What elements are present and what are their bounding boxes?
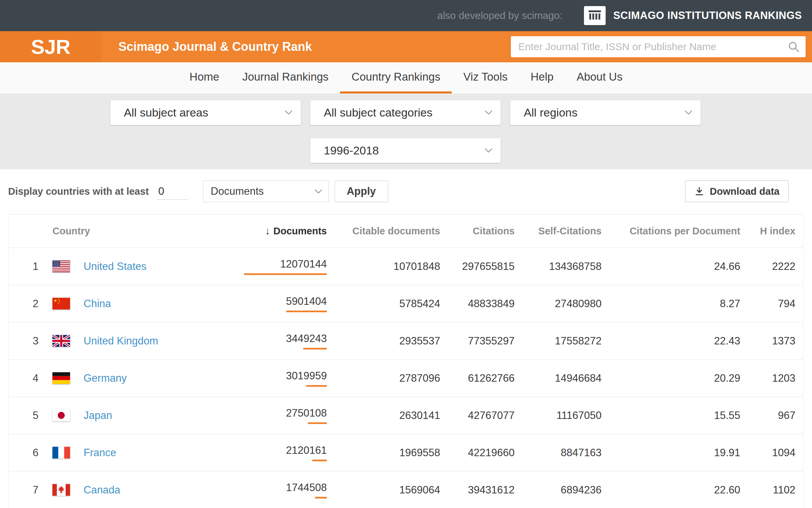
documents-bar bbox=[303, 348, 327, 350]
year-range-dropdown[interactable]: 1996-2018 bbox=[310, 138, 501, 163]
table-row: 7 Canada 1744508 1569064 39431612 689423… bbox=[8, 471, 804, 508]
citations-per-document-value: 8.27 bbox=[602, 298, 740, 310]
site-header: SJR Scimago Journal & Country Rank bbox=[0, 31, 812, 62]
citations-value: 61262766 bbox=[440, 372, 515, 384]
table-row: 4 Germany 3019959 2787096 61262766 14946… bbox=[8, 360, 804, 397]
documents-value: 5901404 bbox=[286, 295, 327, 308]
documents-value: 3019959 bbox=[286, 370, 327, 382]
sjr-logo[interactable]: SJR bbox=[0, 31, 102, 62]
top-bar: also developed by scimago: SCIMAGO INSTI… bbox=[0, 0, 812, 31]
country-link[interactable]: China bbox=[84, 298, 111, 310]
country-link[interactable]: United States bbox=[84, 260, 146, 272]
self-citations-value: 134368758 bbox=[515, 260, 602, 273]
country-flag-icon bbox=[52, 298, 84, 310]
download-data-label: Download data bbox=[710, 186, 780, 197]
journal-search-input[interactable] bbox=[518, 41, 788, 52]
h-index-value: 1094 bbox=[740, 447, 804, 459]
min-value-input[interactable] bbox=[157, 183, 188, 200]
country-flag-icon bbox=[52, 484, 84, 496]
citable-documents-value: 1969558 bbox=[327, 447, 440, 459]
journal-search-box bbox=[511, 36, 806, 57]
subject-categories-dropdown[interactable]: All subject categories bbox=[310, 100, 501, 125]
rank-cell: 1 bbox=[8, 260, 52, 273]
citable-documents-value: 1569064 bbox=[327, 484, 440, 496]
nav-journal-rankings[interactable]: Journal Rankings bbox=[231, 62, 340, 93]
documents-value: 3449243 bbox=[286, 333, 327, 345]
column-header-citable-documents[interactable]: Citable documents bbox=[327, 226, 440, 237]
nav-home[interactable]: Home bbox=[178, 62, 231, 93]
citable-documents-value: 2935537 bbox=[327, 335, 440, 347]
country-rankings-table: Country ↓ Documents Citable documents Ci… bbox=[8, 214, 804, 508]
country-flag-icon bbox=[52, 409, 84, 421]
chevron-down-icon bbox=[484, 110, 493, 115]
column-header-documents[interactable]: ↓ Documents bbox=[192, 226, 327, 237]
h-index-value: 794 bbox=[740, 298, 804, 310]
citations-per-document-value: 20.29 bbox=[602, 372, 740, 384]
rank-cell: 6 bbox=[8, 447, 52, 459]
country-link[interactable]: Japan bbox=[84, 409, 112, 421]
citable-documents-value: 10701848 bbox=[327, 260, 440, 273]
table-row: 1 United States 12070144 10701848 297655… bbox=[8, 248, 804, 285]
sort-descending-icon: ↓ bbox=[265, 226, 270, 237]
column-header-citations[interactable]: Citations bbox=[440, 226, 515, 237]
citations-per-document-value: 15.55 bbox=[602, 409, 740, 422]
self-citations-value: 8847163 bbox=[515, 447, 602, 459]
self-citations-value: 17558272 bbox=[515, 335, 602, 347]
h-index-value: 2222 bbox=[740, 260, 804, 273]
rank-cell: 2 bbox=[8, 298, 52, 310]
column-header-self-citations[interactable]: Self-Citations bbox=[515, 226, 602, 237]
citable-documents-value: 5785424 bbox=[327, 298, 440, 310]
apply-button[interactable]: Apply bbox=[335, 181, 388, 202]
country-link[interactable]: Canada bbox=[84, 484, 120, 496]
scimago-institutions-rankings-link[interactable]: SCIMAGO INSTITUTIONS RANKINGS bbox=[581, 0, 812, 31]
regions-value: All regions bbox=[524, 106, 578, 119]
rank-cell: 5 bbox=[8, 409, 52, 422]
citations-per-document-value: 24.66 bbox=[602, 260, 740, 273]
column-header-citations-per-document[interactable]: Citations per Document bbox=[602, 226, 740, 237]
citations-value: 39431612 bbox=[440, 484, 515, 496]
self-citations-value: 27480980 bbox=[515, 298, 602, 310]
documents-value: 2750108 bbox=[286, 407, 327, 419]
nav-country-rankings[interactable]: Country Rankings bbox=[340, 62, 452, 93]
documents-bar bbox=[308, 422, 327, 424]
self-citations-value: 11167050 bbox=[515, 409, 602, 422]
subject-areas-dropdown[interactable]: All subject areas bbox=[110, 100, 301, 125]
self-citations-value: 6894236 bbox=[515, 484, 602, 496]
country-link[interactable]: United Kingdom bbox=[84, 335, 158, 347]
table-row: 5 Japan 2750108 2630141 42767077 1116705… bbox=[8, 397, 804, 434]
download-icon bbox=[694, 186, 704, 196]
rank-cell: 7 bbox=[8, 484, 52, 496]
citable-documents-value: 2787096 bbox=[327, 372, 440, 384]
documents-value: 12070144 bbox=[280, 258, 327, 270]
regions-dropdown[interactable]: All regions bbox=[510, 100, 701, 125]
country-link[interactable]: Germany bbox=[84, 372, 127, 384]
citations-value: 42767077 bbox=[440, 409, 515, 422]
chevron-down-icon bbox=[314, 189, 322, 194]
also-developed-label: also developed by scimago: bbox=[437, 10, 562, 21]
documents-value: 2120161 bbox=[286, 444, 327, 457]
country-flag-icon bbox=[52, 260, 84, 272]
metric-select[interactable]: Documents bbox=[203, 181, 329, 202]
self-citations-value: 14946684 bbox=[515, 372, 602, 384]
subject-areas-value: All subject areas bbox=[124, 106, 208, 119]
filters-section: All subject areas All subject categories… bbox=[0, 93, 812, 169]
column-header-country[interactable]: Country bbox=[52, 226, 192, 237]
site-title: Scimago Journal & Country Rank bbox=[118, 40, 312, 54]
table-row: 2 China 5901404 5785424 48833849 2748098… bbox=[8, 285, 804, 322]
column-header-h-index[interactable]: H index bbox=[740, 226, 804, 237]
chevron-down-icon bbox=[484, 148, 493, 153]
nav-help[interactable]: Help bbox=[519, 62, 565, 93]
country-flag-icon bbox=[52, 372, 84, 384]
h-index-value: 1102 bbox=[740, 484, 804, 496]
country-flag-icon bbox=[52, 335, 84, 347]
country-link[interactable]: France bbox=[84, 447, 116, 459]
display-countries-label: Display countries with at least bbox=[8, 186, 149, 197]
country-flag-icon bbox=[52, 447, 84, 459]
download-data-button[interactable]: Download data bbox=[685, 181, 789, 202]
nav-about-us[interactable]: About Us bbox=[565, 62, 634, 93]
citable-documents-value: 2630141 bbox=[327, 409, 440, 422]
rank-cell: 4 bbox=[8, 372, 52, 384]
nav-viz-tools[interactable]: Viz Tools bbox=[452, 62, 519, 93]
search-icon[interactable] bbox=[788, 41, 799, 52]
table-controls: Display countries with at least Document… bbox=[8, 181, 789, 202]
